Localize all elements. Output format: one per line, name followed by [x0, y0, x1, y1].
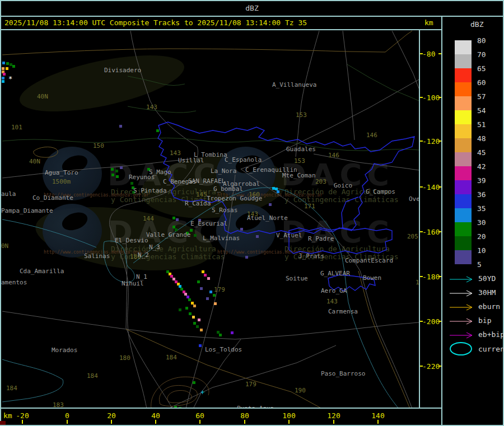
place-label: C_Española	[225, 157, 262, 163]
radar-echo-pixel	[6, 67, 8, 70]
frame-top	[0, 0, 504, 1]
place-label: S_Pintada	[133, 188, 167, 194]
place-label: Los_Toldos	[205, 347, 242, 353]
place-label: aula	[1, 191, 16, 198]
radar-echo-pixel	[2, 62, 5, 64]
radar-echo-pixel	[194, 234, 197, 237]
radar-echo-pixel	[209, 291, 212, 293]
radar-echo-pixel	[116, 175, 119, 178]
eburn-arrow-icon	[449, 303, 474, 311]
place-label: Aero_GA	[321, 288, 347, 294]
route-label: 180	[119, 355, 130, 362]
place-label: Carmensa	[328, 308, 358, 315]
place-label: R_Padre	[308, 236, 334, 242]
radar-echo-pixel	[219, 334, 222, 336]
place-label: N_2	[138, 252, 149, 259]
route-label: 183	[53, 402, 64, 408]
place-label: Tropezon Goudge	[207, 195, 262, 202]
right-axis-tick-label: -140	[422, 183, 440, 191]
place-label: amentos	[1, 279, 27, 286]
place-label: G_Campos	[366, 189, 395, 195]
dbz-scale-color-box	[455, 110, 472, 124]
bottom-axis-tick-label: 20	[100, 411, 123, 420]
radar-echo-pixel	[200, 329, 203, 331]
legend-item: eburn	[449, 302, 503, 310]
dbz-scale-value-label: 54	[477, 106, 486, 115]
place-label: Oveje	[409, 196, 419, 203]
legend-item: 30HM	[449, 288, 503, 296]
route-label: 203	[315, 179, 326, 185]
bottom-axis-tick-mark	[22, 420, 23, 424]
place-label: El_Desvio	[115, 237, 148, 244]
route-label: 40N	[37, 93, 48, 100]
radar-echo-pixel	[198, 319, 200, 321]
right-axis-tick-label: -100	[422, 93, 440, 102]
radar-echo-pixel	[214, 302, 217, 305]
route-label: 143	[326, 298, 338, 305]
dbz-scale-value-label: 60	[477, 78, 486, 87]
radar-echo-pixel	[269, 203, 272, 206]
dbz-scale-color-box	[455, 82, 472, 96]
dbz-scale-value-label: 65	[477, 64, 486, 73]
bottom-axis-tick-label: 100	[278, 411, 300, 420]
right-distance-axis: -80-100-120-140-160-180-200-220	[420, 30, 441, 409]
place-label: V_Atuel	[276, 232, 302, 239]
radar-echo-pixel	[192, 316, 195, 319]
right-axis-tick-mark	[420, 141, 423, 142]
dbz-scale-value-label: 36	[477, 190, 486, 199]
radar-echo-pixel	[199, 344, 202, 347]
legend-item: 50YD	[449, 274, 503, 282]
bottom-axis-tick-mark	[244, 420, 245, 424]
route-label: 205	[407, 233, 418, 240]
bottom-axis-tick-label: -20	[11, 411, 34, 420]
current-ellipse-icon	[449, 341, 474, 356]
right-axis-tick-mark	[438, 231, 441, 232]
sidebar-title: dBZ	[470, 20, 483, 29]
radar-echo-pixel	[120, 166, 123, 169]
legend-item-label: bip	[478, 316, 491, 325]
place-label: Morados	[52, 347, 77, 354]
place-label: Goico	[334, 182, 352, 189]
radar-echo-pixel	[200, 287, 203, 290]
legend-item: eb+bip	[449, 330, 503, 338]
right-axis-tick-label: -80	[422, 50, 435, 58]
radar-echo-pixel	[2, 77, 4, 79]
radar-echo-pixel	[179, 407, 181, 408]
plus-marker: +	[200, 388, 204, 396]
radar-echo-pixel	[240, 228, 243, 231]
dbz-scale-color-box	[455, 222, 472, 236]
place-label: Mte_Coman	[282, 172, 316, 179]
place-label: Salinas	[84, 253, 110, 260]
right-axis-tick-mark	[438, 321, 441, 322]
bottom-axis-tick-mark	[155, 420, 156, 424]
radar-echo-pixel	[196, 325, 199, 328]
radar-echo-pixel	[185, 307, 188, 310]
radar-echo-pixel	[204, 274, 207, 277]
dbz-scale-value-label: 35	[477, 204, 486, 213]
dbz-scale-value-label: 57	[477, 92, 486, 101]
dbz-scale-value-label: 70	[477, 50, 486, 59]
radar-echo-pixel	[119, 125, 122, 128]
route-label: 0N	[1, 243, 8, 250]
radar-echo-pixel	[231, 331, 234, 334]
route-label: 153	[294, 158, 305, 165]
route-label: 150	[93, 143, 104, 149]
place-label: Paso_Barroso	[321, 371, 365, 377]
dbz-scale-value-label: 30	[477, 218, 486, 227]
asterisk-marker: *	[8, 75, 12, 83]
bottom-axis-tick-label: 40	[144, 411, 167, 420]
dbz-scale-color-box	[455, 152, 472, 166]
route-label: 184	[87, 373, 98, 380]
dbz-scale-color-box	[455, 180, 472, 194]
radar-echo-pixel	[172, 217, 175, 219]
30HM-arrow-icon	[449, 289, 474, 297]
place-label: Usillal	[178, 157, 204, 164]
radar-echo-pixel	[115, 170, 118, 172]
place-label: N_3	[149, 244, 160, 251]
legend-item-label: eb+bip	[478, 330, 504, 339]
bottom-axis-tick-mark	[111, 420, 112, 424]
bottom-axis-tick-mark	[333, 420, 334, 424]
bottom-axis-tick-label: 80	[234, 411, 256, 420]
radar-echo-pixel	[193, 381, 195, 384]
dbz-scale-color-box	[455, 40, 472, 54]
